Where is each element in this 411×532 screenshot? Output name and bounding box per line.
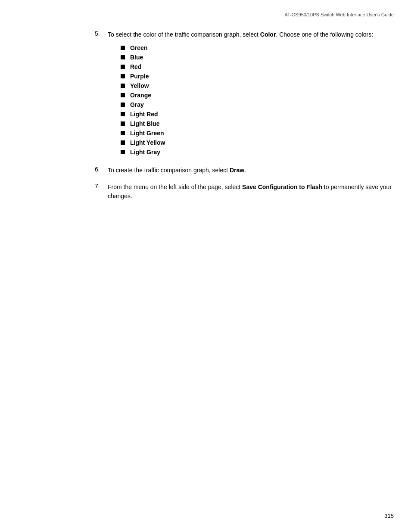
page-content: 5. To select the color of the traffic co… <box>95 30 394 201</box>
step-6: 6. To create the traffic comparison grap… <box>95 166 394 175</box>
list-item: Light Yellow <box>121 139 373 146</box>
page-footer: 315 <box>384 513 394 519</box>
bullet-icon <box>121 150 125 154</box>
bullet-icon <box>121 74 125 78</box>
step-6-text: To create the traffic comparison graph, … <box>108 167 246 174</box>
bullet-icon <box>121 112 125 116</box>
list-item: Blue <box>121 54 373 61</box>
color-list: Green Blue Red Purple Yellow <box>121 44 373 156</box>
step-5-text: To select the color of the traffic compa… <box>108 31 373 38</box>
step-6-number: 6. <box>95 166 108 173</box>
bullet-icon <box>121 65 125 69</box>
bullet-icon <box>121 84 125 88</box>
bullet-icon <box>121 46 125 50</box>
list-item: Red <box>121 63 373 70</box>
page-number: 315 <box>384 513 394 519</box>
step-5-content: To select the color of the traffic compa… <box>108 30 373 158</box>
list-item: Light Blue <box>121 120 373 127</box>
list-item: Green <box>121 44 373 51</box>
step-7-number: 7. <box>95 183 108 190</box>
list-item: Light Red <box>121 111 373 118</box>
list-item: Orange <box>121 92 373 99</box>
bullet-icon <box>121 55 125 59</box>
step-7-content: From the menu on the left side of the pa… <box>108 183 394 201</box>
list-item: Light Green <box>121 130 373 137</box>
step-7: 7. From the menu on the left side of the… <box>95 183 394 201</box>
bullet-icon <box>121 103 125 107</box>
bullet-icon <box>121 93 125 97</box>
step-7-text: From the menu on the left side of the pa… <box>108 184 392 199</box>
list-item: Gray <box>121 101 373 108</box>
list-item: Yellow <box>121 82 373 89</box>
step-6-content: To create the traffic comparison graph, … <box>108 166 246 175</box>
list-item: Light Gray <box>121 149 373 156</box>
bullet-icon <box>121 121 125 126</box>
list-item: Purple <box>121 73 373 80</box>
step-5-number: 5. <box>95 30 108 37</box>
bullet-icon <box>121 131 125 135</box>
page-header: AT-GS950/10PS Switch Web Interface User'… <box>284 12 394 17</box>
step-5: 5. To select the color of the traffic co… <box>95 30 394 158</box>
bullet-icon <box>121 140 125 145</box>
